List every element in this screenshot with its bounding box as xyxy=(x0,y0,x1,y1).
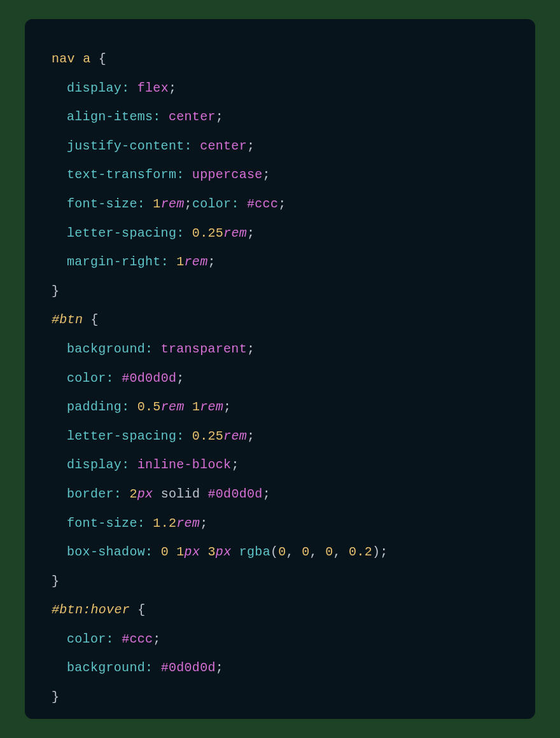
code-line: padding: 0.5rem 1rem; xyxy=(52,393,508,422)
code-line: letter-spacing: 0.25rem; xyxy=(52,219,508,248)
code-line: align-items: center; xyxy=(52,102,508,132)
code-line: color: #0d0d0d; xyxy=(52,364,508,393)
code-line: letter-spacing: 0.25rem; xyxy=(52,422,508,451)
code-line: justify-content: center; xyxy=(52,132,508,161)
code-line: background: #0d0d0d; xyxy=(52,653,508,683)
code-line: box-shadow: 0 1px 3px rgba(0, 0, 0, 0.2)… xyxy=(52,538,508,567)
code-line: text-transform: uppercase; xyxy=(52,160,508,190)
code-line: border: 2px solid #0d0d0d; xyxy=(52,480,508,509)
code-line: font-size: 1rem;color: #ccc; xyxy=(52,190,508,219)
code-line: margin-right: 1rem; xyxy=(52,247,508,277)
code-line: font-size: 1.2rem; xyxy=(52,509,508,538)
code-line: } xyxy=(52,277,508,306)
code-line: display: flex; xyxy=(52,74,508,103)
code-block: nav a { display: flex; align-items: cent… xyxy=(25,19,535,719)
code-line: display: inline-block; xyxy=(52,450,508,480)
code-line: background: transparent; xyxy=(52,335,508,364)
code-line: nav a { xyxy=(52,45,508,74)
code-line: #btn { xyxy=(52,305,508,335)
code-line: color: #ccc; xyxy=(52,625,508,654)
code-line: } xyxy=(52,567,508,596)
code-line: #btn:hover { xyxy=(52,595,508,625)
code-line: } xyxy=(52,683,508,712)
